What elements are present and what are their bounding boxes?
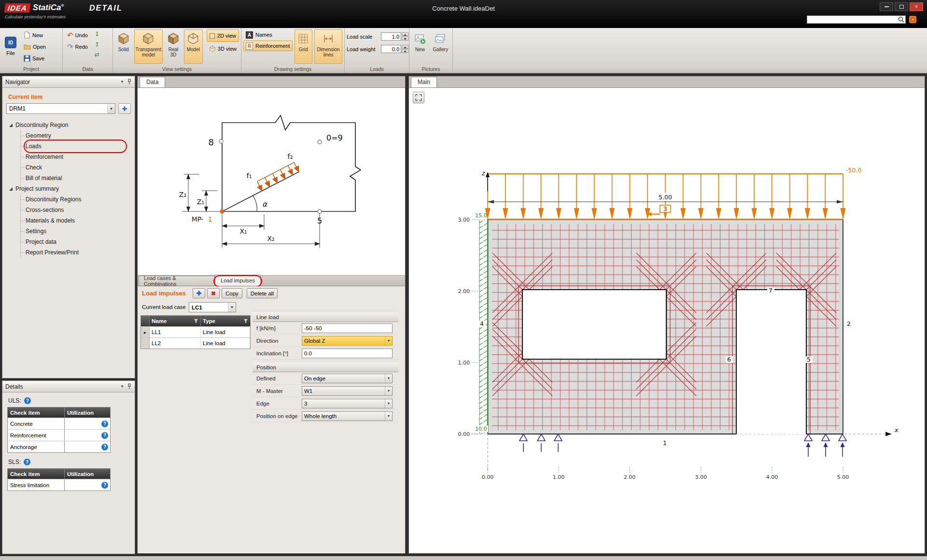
table-row-ll2[interactable]: LL2 Line load [141,337,250,349]
spin-up-icon[interactable] [402,45,408,49]
tab-data[interactable]: Data [140,77,165,87]
copy-button[interactable]: Copy [222,288,242,298]
undo-button[interactable]: ↶ Undo [65,29,90,41]
chevron-down-icon[interactable]: ▼ [385,374,392,383]
f-value-input[interactable] [302,323,393,333]
current-item-select[interactable]: DRM1 ▼ [6,103,115,114]
grid-toggle[interactable]: Grid [295,29,313,64]
names-toggle[interactable]: A Names [243,29,293,40]
spin-down-icon[interactable] [402,37,408,41]
table-row-reinforcement[interactable]: Reinforcement ? [8,429,110,441]
current-load-case-select[interactable]: LC1 ▼ [189,302,236,312]
concrete-wall[interactable] [488,220,843,434]
tab-main[interactable]: Main [411,77,437,87]
open-button[interactable]: Open [21,41,48,52]
help-icon[interactable]: ? [101,444,108,450]
close-button[interactable]: × [910,2,923,11]
pin-icon[interactable] [127,383,132,390]
spin-down-icon[interactable] [402,49,408,53]
new-button[interactable]: New [21,29,48,41]
minimize-button[interactable] [880,2,893,11]
bottom-supports[interactable] [520,434,846,457]
chevron-down-icon[interactable]: ▼ [385,336,392,345]
gallery-button[interactable]: Gallery [431,29,450,64]
inclination-input[interactable] [302,349,393,358]
table-row-ll1[interactable]: ▸ LL1 Line load [141,326,250,337]
load-scale-input[interactable] [381,32,401,41]
tree-item-bill-of-material[interactable]: Bill of material [6,173,131,183]
help-icon[interactable]: ? [24,397,31,404]
help-icon[interactable]: ? [101,432,108,439]
tab-load-impulses[interactable]: Load impulses [215,275,261,286]
column-header-check-item[interactable]: Check item [8,469,65,479]
window-opening[interactable] [522,290,666,359]
main-drawing[interactable]: 15.0 10.0 -50.0 [409,88,925,553]
delete-impulse-button[interactable]: ✖ [207,288,220,298]
column-header-utilization[interactable]: Utilization [65,407,110,418]
search-icon[interactable] [898,16,904,23]
maximize-button[interactable] [895,2,908,11]
export-data-button[interactable]: ↥ [92,40,102,49]
table-row-stress-limitation[interactable]: Stress limitation ? [8,479,110,490]
table-row-anchorage[interactable]: Anchorage ? [8,441,110,452]
chevron-down-icon[interactable]: ▼ [385,399,392,408]
tree-expander-icon[interactable] [9,124,13,127]
help-icon[interactable]: ? [24,459,30,465]
tab-load-cases-combinations[interactable]: Load cases & Combinations [139,276,215,286]
column-header-name[interactable]: Name [150,316,201,326]
tree-item-check[interactable]: Check [6,162,131,173]
tree-expander-icon[interactable] [9,187,13,191]
add-impulse-button[interactable]: ✚ [193,288,205,298]
help-icon[interactable]: ? [101,482,108,489]
chevron-down-icon[interactable]: ▼ [120,80,124,84]
filter-icon[interactable] [243,319,248,323]
chevron-down-icon[interactable]: ▼ [385,387,392,395]
tree-item-discontinuity-regions[interactable]: Discontinuity Regions [6,194,131,205]
transparent-model-button[interactable]: Transparent model [134,29,163,64]
search-field[interactable] [807,15,906,24]
tree-item-reinforcement[interactable]: Reinforcement [6,152,131,162]
chevron-down-icon[interactable]: ▼ [107,104,115,113]
filter-icon[interactable] [194,319,198,323]
redo-button[interactable]: ↷ Redo [65,41,90,52]
save-button[interactable]: Save [21,53,48,64]
tree-item-materials-models[interactable]: Materials & models [6,215,131,226]
alert-icon[interactable]: • [909,16,916,23]
solid-view-button[interactable]: Solid [115,29,132,64]
table-row-concrete[interactable]: Concrete ? [8,418,110,429]
load-weight-input[interactable] [381,45,401,53]
3d-view-button[interactable]: 3D view [207,42,239,55]
help-icon[interactable]: ? [101,420,108,427]
chevron-down-icon[interactable]: ▼ [228,303,236,312]
edge-select[interactable]: 3▼ [302,399,393,408]
pin-icon[interactable] [127,79,132,85]
position-on-edge-select[interactable]: Whole length▼ [302,411,393,421]
tree-item-cross-sections[interactable]: Cross-sections [6,205,131,215]
fit-view-button[interactable] [413,92,424,103]
tree-item-settings[interactable]: Settings [6,226,131,237]
tree-item-project-summary[interactable]: Project summary [6,183,131,194]
master-select[interactable]: W1▼ [302,386,393,396]
chevron-down-icon[interactable]: ▼ [120,384,124,389]
real-3d-button[interactable]: Real 3D [165,29,182,64]
model-view-button[interactable]: Model [184,29,203,64]
column-header-type[interactable]: Type [201,316,250,326]
file-button[interactable]: ID File [2,29,19,63]
tree-item-project-data[interactable]: Project data [6,237,131,247]
delete-all-button[interactable]: Delete all [247,288,278,298]
column-header-utilization[interactable]: Utilization [65,469,110,479]
tree-item-loads[interactable]: Loads [6,141,131,152]
tree-item-geometry[interactable]: Geometry [6,130,131,141]
main-canvas[interactable]: 15.0 10.0 -50.0 [409,87,925,553]
import-data-button[interactable]: ↧ [92,29,102,39]
spin-up-icon[interactable] [402,32,408,36]
exchange-data-button[interactable]: ⇄ [92,50,102,59]
defined-select[interactable]: On edge▼ [302,374,393,383]
tree-item-discontinuity-region[interactable]: Discontinuity Region [6,120,131,130]
door-opening[interactable] [737,290,806,434]
column-header-check-item[interactable]: Check item [8,407,65,418]
dimension-lines-toggle[interactable]: Dimension lines [314,29,342,64]
edge-3-badge[interactable]: 3 [647,205,671,216]
picture-new-button[interactable]: New [411,29,429,64]
reinforcement-toggle[interactable]: R Reinforcement [243,41,293,51]
